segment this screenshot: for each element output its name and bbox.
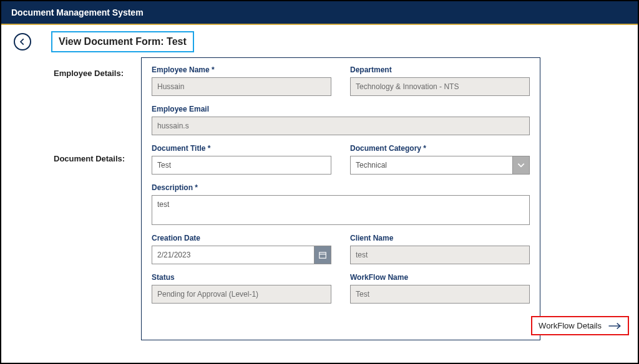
category-dropdown-button[interactable] [512,156,530,175]
calendar-icon [318,251,327,259]
date-picker-button[interactable] [314,246,331,264]
workflow-name-label: WorkFlow Name [350,273,530,282]
app-header: Document Management System [1,1,638,25]
chevron-down-icon [517,161,525,170]
client-name-field [350,246,530,264]
workflow-details-button[interactable]: WorkFlow Details [531,316,629,335]
creation-date-label: Creation Date [152,234,331,242]
department-label: Department [350,65,530,74]
employee-name-field [152,77,331,96]
chevron-left-icon [18,37,27,46]
status-field [152,285,331,304]
page-title: View Document Form: Test [51,31,194,52]
department-field [350,77,530,96]
employee-name-label: Employee Name [152,65,331,74]
back-button[interactable] [14,33,31,50]
document-title-label: Document Title [152,144,331,153]
document-category-label: Document Category [350,144,530,153]
creation-date-field[interactable] [152,246,314,264]
workflow-details-label: WorkFlow Details [539,321,602,330]
document-title-field[interactable] [152,156,331,175]
arrow-right-icon [608,322,622,330]
client-name-label: Client Name [350,234,530,242]
workflow-name-field [350,285,530,304]
employee-email-field [152,117,530,135]
document-section-label: Document Details: [10,150,135,167]
employee-section-label: Employee Details: [10,65,135,82]
document-category-field[interactable] [350,156,512,175]
employee-email-label: Employee Email [152,105,530,113]
form-panel[interactable]: Employee Name Department Employee Email [141,57,540,340]
description-field[interactable] [152,195,530,225]
description-label: Description [152,183,530,192]
svg-rect-0 [320,252,326,258]
app-title: Document Management System [11,7,144,17]
status-label: Status [152,273,331,282]
